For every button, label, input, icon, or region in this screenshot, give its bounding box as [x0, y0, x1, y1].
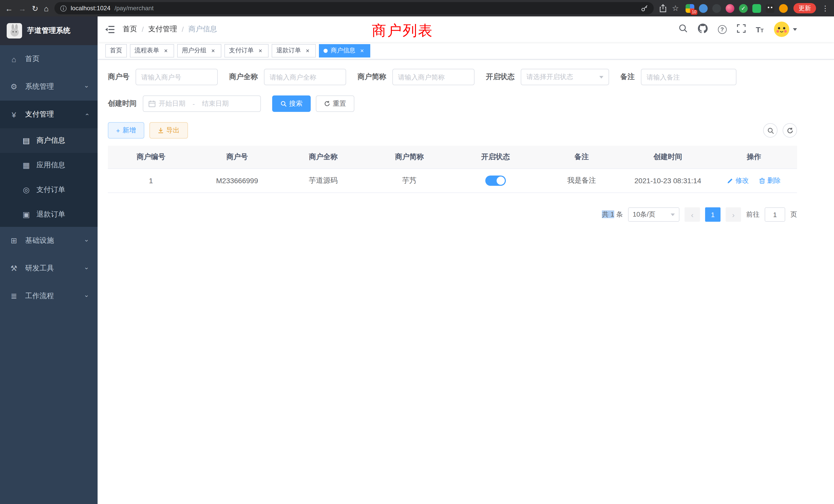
app-title: 芋道管理系统 — [27, 26, 70, 36]
merchant-short-input[interactable] — [398, 73, 469, 81]
tab-user-group[interactable]: 用户分组 × — [177, 44, 221, 57]
column-header-actions: 操作 — [711, 146, 797, 168]
search-button[interactable]: 搜索 — [272, 95, 311, 112]
extension-apps-grid-icon[interactable]: 10 — [686, 4, 694, 13]
sidebar-item-system[interactable]: ⚙ 系统管理 › — [0, 73, 97, 100]
font-size-icon[interactable]: TT — [756, 25, 764, 33]
next-page-button[interactable]: › — [726, 207, 741, 222]
sidebar-item-label: 工作流程 — [25, 292, 54, 301]
sidebar-subitem-label: 支付订单 — [37, 185, 65, 194]
sidebar-subitem-payment-order[interactable]: ◎ 支付订单 — [0, 178, 97, 202]
page-size-select[interactable]: 10条/页 — [628, 207, 679, 222]
browser-update-button[interactable]: 更新 — [793, 3, 816, 13]
close-icon[interactable]: × — [304, 47, 311, 54]
extension-check-icon[interactable]: ✓ — [739, 4, 748, 13]
tab-label: 用户分组 — [182, 46, 206, 55]
chevron-down-icon: › — [83, 86, 90, 88]
breadcrumb-item-payment[interactable]: 支付管理 — [148, 25, 177, 34]
tab-label: 商户信息 — [331, 46, 355, 55]
rabbit-logo-icon — [7, 23, 22, 39]
user-avatar[interactable] — [774, 22, 789, 37]
search-icon[interactable] — [678, 24, 687, 35]
goto-page-input[interactable] — [765, 207, 785, 222]
merchant-no-input[interactable] — [141, 73, 212, 81]
tab-payment-order[interactable]: 支付订单 × — [224, 44, 269, 57]
column-header-status: 开启状态 — [453, 146, 539, 168]
browser-menu-icon[interactable]: ⋮ — [822, 4, 829, 12]
close-icon[interactable]: × — [162, 47, 170, 54]
refresh-table-button[interactable] — [783, 123, 797, 138]
merchant-name-input[interactable] — [270, 73, 341, 81]
extension-note-icon[interactable] — [752, 4, 761, 13]
sidebar-toggle-icon[interactable] — [105, 25, 114, 33]
password-key-icon[interactable] — [641, 5, 648, 12]
tab-refund-order[interactable]: 退款订单 × — [272, 44, 316, 57]
extension-dark-icon[interactable] — [712, 4, 721, 13]
status-select[interactable]: 请选择开启状态 — [521, 69, 609, 85]
sidebar-item-workflow[interactable]: ≣ 工作流程 › — [0, 282, 97, 310]
url-path: /pay/merchant — [114, 5, 154, 12]
sidebar-item-label: 支付管理 — [25, 110, 54, 119]
table-toolbar-right — [758, 123, 797, 138]
main-area: 首页 / 支付管理 / 商户信息 商户列表 ? — [97, 17, 834, 504]
sidebar-subitem-merchant-info[interactable]: ▤ 商户信息 — [0, 128, 97, 153]
help-icon[interactable]: ? — [718, 25, 726, 33]
sidebar-subitem-label: 退款订单 — [37, 210, 65, 219]
fullscreen-icon[interactable] — [737, 24, 745, 35]
sidebar-item-dev-tools[interactable]: ⚒ 研发工具 › — [0, 255, 97, 282]
sidebar-item-payment[interactable]: ¥ 支付管理 › — [0, 100, 97, 128]
cell-merchant-id: 1 — [108, 170, 194, 191]
status-toggle[interactable] — [485, 176, 506, 186]
tab-merchant-info[interactable]: 商户信息 × — [319, 44, 370, 57]
plus-icon: + — [116, 127, 120, 134]
close-icon[interactable]: × — [210, 47, 217, 54]
close-icon[interactable]: × — [358, 47, 366, 54]
sidebar-item-infrastructure[interactable]: ⊞ 基础设施 › — [0, 227, 97, 255]
back-button[interactable]: ← — [5, 4, 13, 12]
forward-button[interactable]: → — [19, 4, 26, 12]
date-range-input[interactable]: 开始日期 - 结束日期 — [143, 95, 261, 112]
search-icon — [767, 127, 774, 134]
date-separator: - — [189, 100, 199, 108]
toggle-search-button[interactable] — [763, 123, 777, 138]
calendar-icon — [148, 100, 156, 107]
share-icon[interactable] — [659, 4, 666, 12]
reset-button[interactable]: 重置 — [316, 95, 354, 112]
url-bar[interactable]: localhost:1024/pay/merchant — [54, 2, 654, 14]
remark-input[interactable] — [646, 73, 731, 81]
export-button[interactable]: 导出 — [149, 122, 188, 139]
document-icon: ▣ — [22, 210, 30, 219]
profile-avatar-icon[interactable] — [779, 4, 788, 13]
tab-home[interactable]: 首页 — [105, 44, 127, 57]
filter-label: 商户号 — [108, 72, 129, 82]
edit-link[interactable]: 修改 — [727, 176, 749, 185]
tab-process-form[interactable]: 流程表单 × — [130, 44, 174, 57]
tools-icon: ⚒ — [10, 264, 18, 273]
page-button-1[interactable]: 1 — [705, 207, 721, 222]
delete-link[interactable]: 删除 — [759, 176, 781, 185]
extension-monkey-icon[interactable] — [766, 4, 774, 13]
breadcrumb-item-home[interactable]: 首页 — [123, 25, 137, 34]
navbar-actions: ? TT — [678, 22, 797, 37]
user-menu[interactable] — [774, 22, 797, 37]
prev-page-button[interactable]: ‹ — [684, 207, 700, 222]
add-button[interactable]: + 新增 — [108, 122, 144, 139]
close-icon[interactable]: × — [257, 47, 264, 54]
merchant-table: 商户编号 商户号 商户全称 商户简称 开启状态 备注 创建时间 操作 1 M23… — [108, 146, 797, 193]
sidebar-subitem-app-info[interactable]: ▦ 应用信息 — [0, 153, 97, 178]
site-info-icon[interactable] — [60, 5, 66, 12]
github-icon[interactable] — [698, 23, 707, 35]
home-button[interactable]: ⌂ — [44, 4, 48, 12]
bookmark-star-icon[interactable]: ☆ — [672, 4, 679, 13]
filter-label: 商户简称 — [357, 72, 386, 82]
filter-create-time: 创建时间 开始日期 - 结束日期 — [108, 95, 261, 112]
chevron-down-icon: › — [83, 295, 90, 297]
extension-pin-icon[interactable] — [699, 4, 708, 13]
sidebar-item-label: 研发工具 — [25, 264, 54, 273]
cell-merchant-no: M233666999 — [194, 170, 280, 191]
sidebar-item-home[interactable]: ⌂ 首页 — [0, 45, 97, 73]
reload-button[interactable]: ↻ — [32, 4, 38, 12]
page-annotation-title: 商户列表 — [372, 21, 434, 41]
extension-avatar-icon[interactable] — [726, 4, 734, 13]
sidebar-subitem-refund-order[interactable]: ▣ 退款订单 — [0, 202, 97, 227]
